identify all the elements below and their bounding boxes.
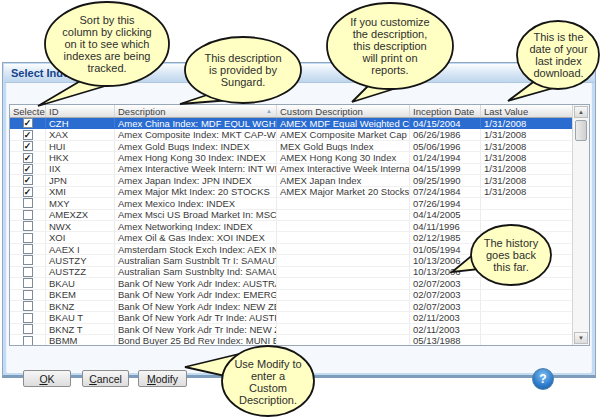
- checkbox-checked-icon[interactable]: ✓: [23, 175, 33, 185]
- checkbox-checked-icon[interactable]: ✓: [23, 187, 33, 197]
- row-custom-description: AMEX Composite Market Cap Weighted: [277, 129, 410, 139]
- checkbox-unchecked-icon[interactable]: [23, 255, 33, 265]
- row-checkbox-cell: ✓: [10, 175, 46, 185]
- column-header-selected[interactable]: Selected: [10, 105, 46, 117]
- modify-button[interactable]: Modify: [138, 370, 187, 387]
- table-row[interactable]: ✓HKXAmex Hong Kong 30 Index: INDEXAMEX H…: [10, 152, 589, 163]
- table-row[interactable]: NWXAmex Networking Index: INDEX04/11/199…: [10, 221, 589, 232]
- row-last-value: [481, 324, 574, 334]
- row-last-value: [481, 278, 574, 288]
- checkbox-unchecked-icon[interactable]: [23, 301, 33, 311]
- checkbox-checked-icon[interactable]: ✓: [23, 118, 33, 128]
- row-id: BKAU T: [46, 312, 115, 322]
- checkbox-unchecked-icon[interactable]: [23, 313, 33, 323]
- row-custom-description: [277, 290, 410, 300]
- table-row[interactable]: MXYAmex Mexico Index: INDEX07/26/1994: [10, 198, 589, 209]
- table-row[interactable]: AMEXZXAmex Msci US Broad Market In: MSCI…: [10, 210, 589, 221]
- column-header-inception-date[interactable]: Inception Date: [410, 105, 481, 117]
- checkbox-unchecked-icon[interactable]: [23, 267, 33, 277]
- row-checkbox-cell: ✓: [10, 118, 46, 128]
- table-row[interactable]: BKAUBank Of New York Adr Index: AUSTRALI…: [10, 278, 589, 289]
- table-row[interactable]: ✓XAXAmex Composite Index: MKT CAP-WEIGHT…: [10, 129, 589, 140]
- checkbox-unchecked-icon[interactable]: [23, 233, 33, 243]
- row-custom-description: AMEX Hong Kong 30 Index: [277, 152, 410, 162]
- row-inception-date: 10/13/2006: [410, 267, 481, 277]
- checkbox-checked-icon[interactable]: ✓: [23, 164, 33, 174]
- help-icon[interactable]: ?: [532, 368, 554, 390]
- checkbox-checked-icon[interactable]: ✓: [23, 130, 33, 140]
- row-description: Bank Of New York Adr Index: AUSTRALIA: [115, 278, 277, 288]
- row-inception-date: 06/26/1986: [410, 129, 481, 139]
- table-row[interactable]: BKEMBank Of New York Adr Index: EMERGING…: [10, 290, 589, 301]
- table-header-row: Selected ID Description ▲ Custom Descrip…: [10, 105, 589, 118]
- table-row[interactable]: ✓JPNAmex Japan Index: JPN INDEXAMEX Japa…: [10, 175, 589, 186]
- row-checkbox-cell: [10, 278, 46, 288]
- row-description: Amex Mexico Index: INDEX: [115, 198, 277, 208]
- callout-text-last-value: This is the date of your last index down…: [519, 31, 598, 79]
- row-last-value: [481, 290, 574, 300]
- row-description: Australian Sam Sustnblty Ind: SAMAU: [115, 267, 277, 277]
- checkbox-checked-icon[interactable]: ✓: [23, 153, 33, 163]
- row-inception-date: 01/24/1994: [410, 152, 481, 162]
- table-row[interactable]: ✓XMIAmex Major Mkt Index: 20 STOCKSAMEX …: [10, 187, 589, 198]
- checkbox-unchecked-icon[interactable]: [23, 324, 33, 334]
- row-description: Amex Composite Index: MKT CAP-WEIGHT: [115, 129, 277, 139]
- row-id: BBMM: [46, 335, 115, 345]
- row-last-value: 1/31/2008: [481, 175, 574, 185]
- checkbox-unchecked-icon[interactable]: [23, 244, 33, 254]
- row-inception-date: 02/07/2003: [410, 301, 481, 311]
- row-last-value: 1/31/2008: [481, 187, 574, 197]
- row-id: AMEXZX: [46, 210, 115, 220]
- table-row[interactable]: BKAU TBank Of New York Adr Tr Inde: AUST…: [10, 312, 589, 323]
- row-custom-description: [277, 312, 410, 322]
- row-custom-description: [277, 244, 410, 254]
- checkbox-checked-icon[interactable]: ✓: [23, 141, 33, 151]
- screenshot-stage: Select Indexes Selected ID Description ▲…: [0, 0, 600, 417]
- row-custom-description: [277, 210, 410, 220]
- scroll-down-icon[interactable]: ▼: [574, 332, 588, 344]
- scroll-up-icon[interactable]: ▲: [574, 106, 588, 118]
- column-header-last-value[interactable]: Last Value: [481, 105, 574, 117]
- index-table: Selected ID Description ▲ Custom Descrip…: [9, 104, 590, 346]
- row-description: Bond Buyer 25 Bd Rev Index: MUNI BD AVG …: [115, 335, 277, 345]
- row-inception-date: 04/15/1999: [410, 164, 481, 174]
- row-last-value: 1/31/2008: [481, 152, 574, 162]
- row-custom-description: AMEX Japan Index: [277, 175, 410, 185]
- table-row[interactable]: ✓IIXAmex Interactive Week Intern: INT WK…: [10, 164, 589, 175]
- row-id: AUSTZY: [46, 255, 115, 265]
- cancel-button[interactable]: Cancel: [82, 370, 129, 387]
- table-row[interactable]: BBMMBond Buyer 25 Bd Rev Index: MUNI BD …: [10, 335, 589, 346]
- column-header-description[interactable]: Description ▲: [115, 105, 277, 117]
- column-header-id[interactable]: ID: [46, 105, 115, 117]
- table-row[interactable]: BKNZ TBank Of New York Adr Tr Inde: NEW …: [10, 324, 589, 335]
- vertical-scrollbar[interactable]: ▲ ▼: [572, 105, 589, 345]
- table-row[interactable]: ✓HUIAmex Gold Bugs Index: INDEXMEX Gold …: [10, 141, 589, 152]
- checkbox-unchecked-icon[interactable]: [23, 198, 33, 208]
- scrollbar-thumb[interactable]: [575, 120, 587, 141]
- row-description: Amex Major Mkt Index: 20 STOCKS: [115, 187, 277, 197]
- row-id: BKNZ: [46, 301, 115, 311]
- table-row[interactable]: BKNZBank Of New York Adr Index: NEW ZEAL…: [10, 301, 589, 312]
- row-description: Australian Sam Sustnblt Tr I: SAMAUTR: [115, 255, 277, 265]
- row-id: AAEX I: [46, 244, 115, 254]
- row-checkbox-cell: [10, 244, 46, 254]
- column-header-custom-description[interactable]: Custom Description: [277, 105, 410, 117]
- row-inception-date: 05/06/1996: [410, 141, 481, 151]
- checkbox-unchecked-icon[interactable]: [23, 336, 33, 346]
- row-description: Amex Hong Kong 30 Index: INDEX: [115, 152, 277, 162]
- row-checkbox-cell: ✓: [10, 187, 46, 197]
- checkbox-unchecked-icon[interactable]: [23, 278, 33, 288]
- row-checkbox-cell: [10, 290, 46, 300]
- row-checkbox-cell: [10, 232, 46, 242]
- row-description: Bank Of New York Adr Index: NEW ZEALAND: [115, 301, 277, 311]
- row-checkbox-cell: [10, 221, 46, 231]
- row-inception-date: 09/25/1990: [410, 175, 481, 185]
- table-row[interactable]: ✓CZHAmex China Index: MDF EQUL WGHTDAMEX…: [10, 118, 589, 129]
- checkbox-unchecked-icon[interactable]: [23, 221, 33, 231]
- checkbox-unchecked-icon[interactable]: [23, 210, 33, 220]
- ok-button[interactable]: OK: [23, 370, 71, 387]
- row-id: BKAU: [46, 278, 115, 288]
- checkbox-unchecked-icon[interactable]: [23, 290, 33, 300]
- row-checkbox-cell: [10, 335, 46, 345]
- row-inception-date: 07/24/1984: [410, 187, 481, 197]
